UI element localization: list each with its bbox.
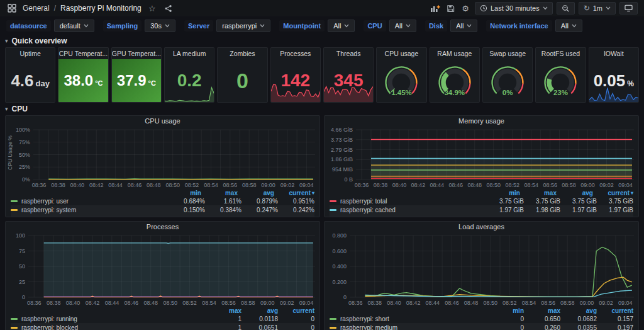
legend-sort-min[interactable]: min: [484, 190, 520, 196]
legend-row: raspberrypi: system0.150%0.384%0.247%0.2…: [11, 205, 314, 214]
stat-value-number: 142: [280, 72, 310, 89]
gauge[interactable]: 23%: [536, 64, 585, 97]
series-name[interactable]: raspberrypi: cached: [340, 207, 396, 213]
series-name[interactable]: raspberrypi: system: [21, 207, 76, 213]
series-color-swatch[interactable]: [330, 209, 336, 211]
series-name[interactable]: raspberrypi: short: [340, 316, 389, 322]
legend-value: 0.650: [524, 316, 560, 322]
stat-panel-title[interactable]: Uptime: [6, 48, 55, 59]
chart-panel-title[interactable]: Load averages: [325, 222, 638, 232]
stat-panel-title[interactable]: RootFS used: [536, 48, 585, 59]
settings-gear-icon[interactable]: ⚙: [460, 3, 471, 14]
series-name[interactable]: raspberrypi: running: [21, 316, 77, 322]
chevron-down-icon: [406, 24, 411, 28]
series-color-swatch[interactable]: [330, 327, 336, 329]
gauge[interactable]: 0%: [483, 64, 532, 97]
quick-overview-panels: Uptime4.6dayCPU Temperat...38.0°CGPU Tem…: [5, 47, 639, 103]
variable-value-dropdown[interactable]: All: [450, 20, 477, 32]
legend-sort-max[interactable]: max: [205, 307, 242, 314]
stat-panel-title[interactable]: CPU usage: [377, 48, 426, 59]
series-color-swatch[interactable]: [330, 318, 336, 320]
stat-panel-la-medium: LA medium0.2: [164, 47, 214, 103]
legend-sort-current[interactable]: current: [274, 190, 311, 196]
gauge-value: 34.9%: [430, 89, 479, 96]
refresh-picker[interactable]: ↻ 1m: [579, 2, 616, 14]
legend-header-row: minmaxavgcurrent: [330, 307, 633, 314]
svg-text:2.79 GiB: 2.79 GiB: [331, 147, 353, 153]
stat-panel-title[interactable]: CPU Temperat...: [58, 48, 108, 59]
dashboard-title[interactable]: Raspberry Pi Monitoring: [60, 4, 142, 13]
dashboards-grid-icon[interactable]: [6, 3, 18, 14]
legend-sort-max[interactable]: max: [201, 190, 238, 196]
chevron-down-icon: ▾: [5, 38, 8, 44]
series-color-swatch[interactable]: [11, 200, 18, 202]
legend-sort-avg[interactable]: avg: [242, 307, 278, 314]
chart-plot-area[interactable]: 00.2000.4000.6000.80008:3608:3808:4008:4…: [325, 232, 638, 307]
series-name[interactable]: raspberrypi: total: [340, 198, 387, 205]
stat-panel-title[interactable]: GPU Temperat...: [112, 48, 161, 59]
variable-value-dropdown[interactable]: 30s: [145, 20, 175, 32]
stat-panel-title[interactable]: Swap usage: [483, 48, 532, 59]
row-header-cpu[interactable]: ▾ CPU: [5, 104, 639, 113]
chart-panel-cpu-usage: CPU usageCPU Usage %0%25%50%75%100%08:36…: [5, 115, 320, 217]
legend-sort-avg[interactable]: avg: [238, 190, 274, 196]
gauge[interactable]: 34.9%: [430, 64, 479, 97]
chart-panel-title[interactable]: CPU usage: [6, 116, 319, 126]
series-name[interactable]: raspberrypi: medium: [340, 324, 397, 330]
zoom-out-time-button[interactable]: [557, 2, 575, 14]
legend-sort-min[interactable]: min: [487, 307, 524, 314]
processes-plot[interactable]: 025507510008:3608:3808:4008:4208:4408:46…: [6, 232, 319, 307]
memory-usage-plot[interactable]: 0 B954 MiB1.86 GiB2.79 GiB3.73 GiB4.66 G…: [325, 126, 638, 189]
star-icon[interactable]: ☆: [147, 3, 158, 14]
share-icon[interactable]: [163, 3, 174, 14]
variable-value-dropdown[interactable]: raspberrypi: [216, 20, 270, 32]
gauge[interactable]: 1.45%: [377, 64, 426, 97]
stat-panel-title[interactable]: RAM usage: [430, 48, 479, 59]
variable-value-dropdown[interactable]: default: [54, 20, 94, 32]
legend-sort-avg[interactable]: avg: [557, 190, 593, 196]
variable-label: Network interface: [486, 20, 552, 31]
svg-text:08:50: 08:50: [163, 300, 177, 306]
legend-sort-max[interactable]: max: [520, 190, 557, 196]
chart-plot-area[interactable]: CPU Usage %0%25%50%75%100%08:3608:3808:4…: [6, 126, 319, 189]
legend-sort-max[interactable]: max: [524, 307, 560, 314]
stat-value: 37.9°C: [117, 73, 156, 88]
cpu-usage-plot[interactable]: 0%25%50%75%100%08:3608:3808:4008:4208:44…: [6, 126, 319, 189]
breadcrumb-section[interactable]: General: [23, 4, 50, 13]
load-averages-plot[interactable]: 00.2000.4000.6000.80008:3608:3808:4008:4…: [325, 232, 638, 307]
breadcrumb-separator: /: [54, 4, 56, 13]
legend-row: raspberrypi: running10.01180: [11, 314, 314, 323]
series-color-swatch[interactable]: [11, 327, 18, 329]
stat-panel-title[interactable]: LA medium: [165, 48, 214, 59]
stat-panel-title[interactable]: IOWait: [589, 48, 638, 59]
variable-value-dropdown[interactable]: All: [555, 20, 582, 32]
series-name[interactable]: raspberrypi: blocked: [21, 324, 78, 330]
svg-text:100: 100: [16, 232, 25, 239]
series-color-swatch[interactable]: [330, 200, 336, 202]
svg-text:50%: 50%: [19, 152, 30, 158]
time-range-picker[interactable]: Last 30 minutes: [475, 2, 553, 14]
chart-plot-area[interactable]: 025507510008:3608:3808:4008:4208:4408:46…: [6, 232, 319, 307]
legend-sort-avg[interactable]: avg: [560, 307, 597, 314]
stat-panel-title[interactable]: Zombies: [218, 48, 267, 59]
stat-panel-title[interactable]: Threads: [324, 48, 373, 59]
kiosk-mode-button[interactable]: [619, 2, 638, 14]
stat-panel-title[interactable]: Processes: [271, 48, 320, 59]
legend-sort-current[interactable]: current: [278, 307, 314, 314]
variable-value-dropdown[interactable]: All: [328, 20, 355, 32]
legend-sort-min[interactable]: min: [165, 190, 201, 196]
chart-panel-title[interactable]: Processes: [6, 222, 319, 232]
series-color-swatch[interactable]: [11, 318, 18, 320]
row-header-quick-overview[interactable]: ▾ Quick overview: [5, 36, 639, 45]
series-color-swatch[interactable]: [11, 209, 18, 211]
chart-panel-title[interactable]: Memory usage: [325, 116, 638, 126]
chart-plot-area[interactable]: 0 B954 MiB1.86 GiB2.79 GiB3.73 GiB4.66 G…: [325, 126, 638, 189]
charts-grid: CPU usageCPU Usage %0%25%50%75%100%08:36…: [5, 115, 639, 330]
legend-sort-current[interactable]: current: [593, 190, 630, 196]
svg-text:25: 25: [19, 279, 25, 285]
series-name[interactable]: raspberrypi: user: [21, 198, 69, 205]
add-panel-icon[interactable]: [430, 3, 441, 14]
save-dashboard-icon[interactable]: [445, 3, 456, 14]
variable-value-dropdown[interactable]: All: [389, 20, 416, 32]
legend-sort-current[interactable]: current: [597, 307, 633, 314]
